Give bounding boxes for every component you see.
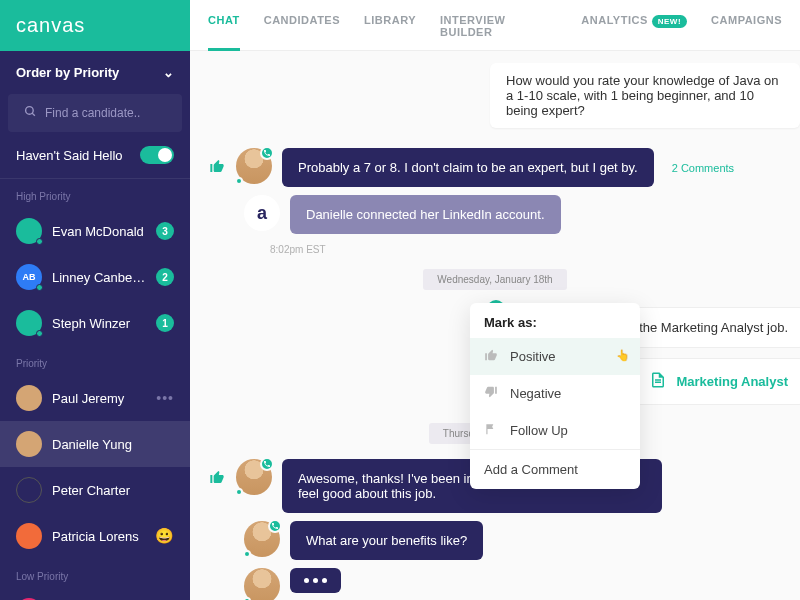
avatar xyxy=(244,521,280,557)
chevron-down-icon: ⌄ xyxy=(163,65,174,80)
attachment-card[interactable]: Marketing Analyst xyxy=(632,358,801,405)
brand-logo: canvas xyxy=(0,0,190,51)
toggle-row: Haven't Said Hello xyxy=(0,132,190,179)
system-bubble: Danielle connected her LinkedIn account. xyxy=(290,195,561,234)
section-low: Low Priority xyxy=(0,559,190,588)
popup-title: Mark as: xyxy=(470,303,640,338)
message-row: Probably a 7 or 8. I don't claim to be a… xyxy=(190,144,800,191)
mark-negative[interactable]: Negative xyxy=(470,375,640,412)
toggle-label: Haven't Said Hello xyxy=(16,148,123,163)
avatar xyxy=(16,477,42,503)
svg-point-0 xyxy=(26,107,34,115)
sidebar-item-evan[interactable]: Evan McDonald 3 xyxy=(0,208,190,254)
sidebar-item-linney[interactable]: AB Linney Canberra 2 xyxy=(0,254,190,300)
main-panel: CHAT CANDIDATES LIBRARY INTERVIEW BUILDE… xyxy=(190,0,800,600)
tab-chat[interactable]: CHAT xyxy=(208,14,240,51)
mark-as-popup: Mark as: Positive 👆 Negative Follow Up A… xyxy=(470,303,640,489)
candidate-name: Danielle Yung xyxy=(52,437,174,452)
candidate-name: Peter Charter xyxy=(52,483,174,498)
popup-label: Negative xyxy=(510,386,561,401)
avatar: AB xyxy=(16,264,42,290)
svg-line-1 xyxy=(32,113,35,116)
avatar xyxy=(244,568,280,600)
candidate-name: Evan McDonald xyxy=(52,224,146,239)
flag-icon xyxy=(484,422,500,439)
thumbs-up-icon xyxy=(484,348,500,365)
typing-row xyxy=(190,564,800,600)
search-input-wrap[interactable] xyxy=(8,94,182,132)
system-question: How would you rate your knowledge of Jav… xyxy=(490,63,800,128)
add-comment[interactable]: Add a Comment xyxy=(470,450,640,489)
sidebar-item-danielle[interactable]: Danielle Yung xyxy=(0,421,190,467)
tab-analytics[interactable]: ANALYTICSNEW! xyxy=(581,14,687,50)
message-row: What are your benefits like? xyxy=(190,517,800,564)
count-badge: 3 xyxy=(156,222,174,240)
sidebar-item-paul[interactable]: Paul Jeremy ••• xyxy=(0,375,190,421)
attachment-name: Marketing Analyst xyxy=(677,374,789,389)
avatar xyxy=(16,523,42,549)
avatar xyxy=(236,459,272,495)
section-high: High Priority xyxy=(0,179,190,208)
new-pill: NEW! xyxy=(652,15,687,28)
hello-toggle[interactable] xyxy=(140,146,174,164)
avatar xyxy=(16,310,42,336)
order-dropdown[interactable]: Order by Priority ⌄ xyxy=(0,51,190,94)
search-input[interactable] xyxy=(45,106,166,120)
thumbs-down-icon xyxy=(484,385,500,402)
chat-pane: How would you rate your knowledge of Jav… xyxy=(190,51,800,600)
nav-tabs: CHAT CANDIDATES LIBRARY INTERVIEW BUILDE… xyxy=(190,0,800,51)
count-badge: 2 xyxy=(156,268,174,286)
dots-icon: ••• xyxy=(156,390,174,406)
popup-label: Follow Up xyxy=(510,423,568,438)
tab-interview-builder[interactable]: INTERVIEW BUILDER xyxy=(440,14,557,50)
tab-campaigns[interactable]: CAMPAIGNS xyxy=(711,14,782,50)
message-bubble[interactable]: What are your benefits like? xyxy=(290,521,483,560)
tab-candidates[interactable]: CANDIDATES xyxy=(264,14,340,50)
comments-link[interactable]: 2 Comments xyxy=(672,162,734,174)
cursor-icon: 👆 xyxy=(616,349,630,362)
thumbs-up-icon[interactable] xyxy=(208,469,226,485)
mark-followup[interactable]: Follow Up xyxy=(470,412,640,449)
search-icon xyxy=(24,104,37,122)
candidate-name: Patricia Lorens xyxy=(52,529,145,544)
document-icon xyxy=(649,371,667,392)
emoji-icon: 😀 xyxy=(155,527,174,545)
sidebar: canvas Order by Priority ⌄ Haven't Said … xyxy=(0,0,190,600)
avatar xyxy=(16,431,42,457)
section-mid: Priority xyxy=(0,346,190,375)
message-row: a Danielle connected her LinkedIn accoun… xyxy=(190,191,800,238)
phone-icon xyxy=(260,457,274,471)
order-label: Order by Priority xyxy=(16,65,119,80)
timestamp: 8:02pm EST xyxy=(270,244,800,255)
mark-positive[interactable]: Positive 👆 xyxy=(470,338,640,375)
candidate-name: Paul Jeremy xyxy=(52,391,146,406)
avatar xyxy=(16,385,42,411)
message-bubble[interactable]: Probably a 7 or 8. I don't claim to be a… xyxy=(282,148,654,187)
sidebar-item-steph[interactable]: Steph Winzer 1 xyxy=(0,300,190,346)
candidate-name: Steph Winzer xyxy=(52,316,146,331)
sidebar-item-patricia[interactable]: Patricia Lorens 😀 xyxy=(0,513,190,559)
candidate-name: Linney Canberra xyxy=(52,270,146,285)
typing-indicator xyxy=(290,568,341,593)
phone-icon xyxy=(268,519,282,533)
popup-label: Positive xyxy=(510,349,556,364)
sidebar-item-peter[interactable]: Peter Charter xyxy=(0,467,190,513)
avatar xyxy=(236,148,272,184)
thumbs-up-icon[interactable] xyxy=(208,158,226,174)
tab-library[interactable]: LIBRARY xyxy=(364,14,416,50)
phone-icon xyxy=(260,146,274,160)
linkedin-icon: a xyxy=(244,195,280,231)
sidebar-item-yi[interactable]: AB Yi Lee 😀 xyxy=(0,588,190,600)
count-badge: 1 xyxy=(156,314,174,332)
avatar xyxy=(16,218,42,244)
day-divider: Wednesday, January 18th xyxy=(190,269,800,287)
